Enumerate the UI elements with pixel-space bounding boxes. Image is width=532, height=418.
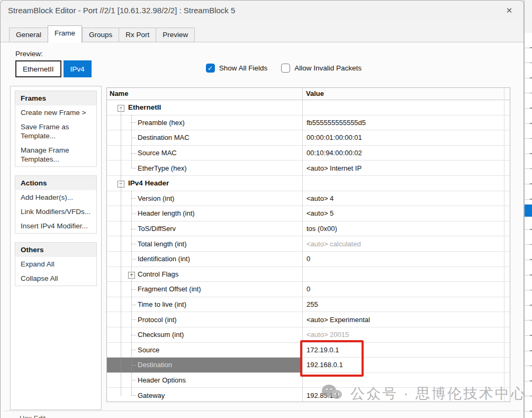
- field-name[interactable]: Version (int): [107, 191, 303, 206]
- field-name[interactable]: Preamble (hex): [107, 115, 303, 130]
- sidebar-item-create-new-frame[interactable]: Create new Frame >: [15, 105, 96, 120]
- field-name[interactable]: Header Options: [107, 373, 303, 388]
- ethernetii-button[interactable]: EthernetII: [15, 60, 61, 77]
- sidebar-item-expand-all[interactable]: Expand All: [15, 257, 96, 271]
- field-name[interactable]: Checksum (int): [107, 327, 303, 342]
- tab-preview[interactable]: Preview: [156, 28, 195, 42]
- table-row[interactable]: −EthernetII: [107, 100, 510, 115]
- allow-invalid-packets-label: Allow Invalid Packets: [294, 64, 362, 72]
- others-section: Others Expand All Collapse All: [15, 242, 97, 286]
- table-row[interactable]: Time to live (int)255: [107, 297, 510, 313]
- sidebar-item-save-frame-as-template[interactable]: Save Frame as Template...: [15, 120, 96, 143]
- sidebar-item-insert-ipv4-modifier[interactable]: Insert IPv4 Modifier...: [15, 219, 96, 233]
- field-value[interactable]: 00:10:94:00:00:02: [303, 146, 510, 161]
- tab-general[interactable]: General: [9, 28, 48, 42]
- background-row-ticks: [530, 33, 532, 418]
- title-bar[interactable]: StreamBlock Editor - Port //2/1 [10.61.3…: [1, 1, 524, 21]
- show-all-fields-label: Show All Fields: [219, 64, 268, 72]
- actions-section: Actions Add Header(s)... Link Modifiers/…: [15, 175, 97, 234]
- table-row[interactable]: EtherType (hex)<auto> Internet IP: [107, 161, 510, 176]
- table-row[interactable]: Fragment Offset (int)0: [107, 282, 510, 297]
- table-row[interactable]: +Control Flags: [107, 267, 510, 282]
- table-row[interactable]: Preamble (hex)fb555555555555d5: [107, 115, 510, 131]
- field-name[interactable]: Source: [107, 343, 303, 358]
- sidebar: Frames Create new Frame > Save Frame as …: [10, 86, 102, 410]
- field-name[interactable]: Destination: [107, 358, 303, 372]
- field-name[interactable]: EtherType (hex): [107, 161, 303, 175]
- field-value[interactable]: <auto> calculated: [303, 236, 510, 251]
- sidebar-item-link-modifiers-vfds[interactable]: Link Modifiers/VFDs...: [15, 204, 96, 219]
- field-name[interactable]: Identification (int): [107, 252, 303, 266]
- actions-section-title: Actions: [15, 176, 96, 190]
- field-name[interactable]: Total length (int): [107, 236, 303, 251]
- show-all-fields-option[interactable]: ✓ Show All Fields: [206, 64, 268, 73]
- ipv4-button[interactable]: IPv4: [64, 60, 92, 77]
- table-row[interactable]: Version (int)<auto> 4: [107, 191, 510, 207]
- field-value[interactable]: 255: [303, 297, 510, 312]
- column-header-value[interactable]: Value: [303, 88, 510, 100]
- field-value[interactable]: fb555555555555d5: [303, 115, 510, 130]
- tab-frame[interactable]: Frame: [48, 25, 82, 43]
- table-row[interactable]: −IPv4 Header: [107, 176, 510, 191]
- tab-groups[interactable]: Groups: [82, 28, 119, 42]
- field-name[interactable]: Fragment Offset (int): [107, 282, 303, 297]
- field-name[interactable]: Header length (int): [107, 206, 303, 221]
- show-all-fields-checkbox[interactable]: ✓: [206, 64, 215, 73]
- options-row: ✓ Show All Fields ✓ Allow Invalid Packet…: [206, 64, 362, 73]
- field-name[interactable]: Source MAC: [107, 146, 303, 161]
- field-name[interactable]: −EthernetII: [107, 100, 303, 115]
- watermark: 公众号 · 思博伦技术中心: [322, 384, 527, 404]
- field-value[interactable]: [303, 176, 510, 191]
- field-value[interactable]: 0: [303, 282, 510, 297]
- table-row[interactable]: Destination MAC00:00:01:00:00:01: [107, 130, 510, 146]
- tab-bar: General Frame Groups Rx Port Preview: [9, 28, 195, 42]
- table-row[interactable]: Source MAC00:10:94:00:00:02: [107, 146, 510, 161]
- field-value[interactable]: <auto> Internet IP: [303, 161, 510, 175]
- field-name[interactable]: Time to live (int): [107, 297, 303, 312]
- frames-section: Frames Create new Frame > Save Frame as …: [15, 91, 97, 167]
- tree-line: [131, 115, 132, 168]
- field-value[interactable]: 00:00:01:00:00:01: [303, 130, 510, 145]
- table-row[interactable]: Header length (int)<auto> 5: [107, 206, 510, 221]
- table-row[interactable]: Total length (int)<auto> calculated: [107, 236, 510, 252]
- frame-tab-content: Preview: EthernetII IPv4 ✓ Show All Fiel…: [1, 42, 524, 418]
- field-name[interactable]: −IPv4 Header: [107, 176, 303, 191]
- field-name[interactable]: +Control Flags: [107, 267, 303, 282]
- sidebar-item-collapse-all[interactable]: Collapse All: [15, 271, 96, 286]
- background-window-strip: [524, 0, 532, 418]
- preview-label: Preview:: [15, 50, 43, 58]
- close-icon[interactable]: ✕: [503, 5, 515, 16]
- wechat-icon: [322, 384, 344, 404]
- window-title: StreamBlock Editor - Port //2/1 [10.61.3…: [8, 6, 235, 15]
- hex-edit-partial-label: Hex Edit: [20, 414, 46, 418]
- field-value[interactable]: [303, 100, 510, 115]
- allow-invalid-packets-option[interactable]: ✓ Allow Invalid Packets: [281, 64, 362, 73]
- streamblock-editor-dialog: StreamBlock Editor - Port //2/1 [10.61.3…: [0, 0, 524, 418]
- table-row[interactable]: Protocol (int)<auto> Experimental: [107, 312, 510, 327]
- field-value[interactable]: <auto> 5: [303, 206, 510, 221]
- annotation-red-box: [300, 340, 364, 377]
- field-value[interactable]: <auto> 4: [303, 191, 510, 206]
- protocol-buttons: EthernetII IPv4: [15, 60, 92, 77]
- tab-rx-port[interactable]: Rx Port: [119, 28, 156, 42]
- table-row[interactable]: ToS/DiffServtos (0x00): [107, 221, 510, 237]
- others-section-title: Others: [15, 243, 96, 257]
- frames-section-title: Frames: [15, 91, 96, 105]
- tree-line: [131, 191, 132, 395]
- footer-divider: [4, 411, 520, 411]
- screen: StreamBlock Editor - Port //2/1 [10.61.3…: [0, 0, 532, 418]
- field-name[interactable]: ToS/DiffServ: [107, 221, 303, 236]
- column-header-name[interactable]: Name: [107, 88, 303, 100]
- sidebar-item-manage-frame-templates[interactable]: Manage Frame Templates...: [15, 143, 96, 166]
- sidebar-item-add-headers[interactable]: Add Header(s)...: [15, 190, 96, 204]
- field-name[interactable]: Protocol (int): [107, 312, 303, 327]
- tree-line: [121, 107, 121, 396]
- field-value[interactable]: [303, 267, 510, 282]
- allow-invalid-packets-checkbox[interactable]: ✓: [281, 64, 290, 73]
- field-name[interactable]: Destination MAC: [107, 130, 303, 145]
- table-row[interactable]: Identification (int)0: [107, 252, 510, 267]
- field-value[interactable]: tos (0x00): [303, 221, 510, 236]
- field-value[interactable]: 0: [303, 252, 510, 266]
- field-value[interactable]: <auto> Experimental: [303, 312, 510, 327]
- field-name[interactable]: Gateway: [107, 388, 303, 402]
